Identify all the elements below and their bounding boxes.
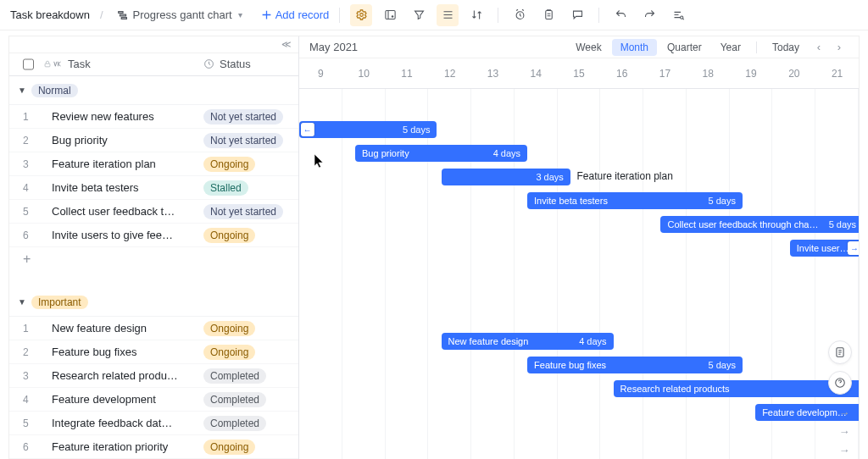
select-col-icon [203, 58, 214, 69]
table-row[interactable]: 3Feature iteration planOngoing [9, 152, 298, 176]
bar-duration: 4 days [493, 148, 520, 158]
gantt-bar[interactable]: 5 days← [299, 121, 437, 138]
row-index: 6 [9, 441, 52, 453]
task-name[interactable]: Collect user feedback t… [52, 205, 203, 218]
task-name[interactable]: Feature iteration priority [52, 440, 203, 453]
gantt-bar[interactable]: Research related products [614, 380, 859, 397]
breadcrumb-root[interactable]: Task breakdown [10, 8, 90, 21]
table-row[interactable]: 2Bug priorityNot yet started [9, 129, 298, 152]
date-header: 9 [299, 58, 342, 88]
gantt-bar[interactable]: New feature design4 days [442, 333, 614, 350]
task-name[interactable]: Review new features [52, 110, 203, 123]
status-pill[interactable]: Ongoing [203, 345, 255, 360]
bar-right-handle-icon[interactable]: → [848, 241, 859, 255]
task-name[interactable]: Research related produ… [52, 369, 203, 382]
status-pill[interactable]: Not yet started [203, 204, 283, 219]
table-row[interactable]: 2Feature bug fixesOngoing [9, 340, 298, 364]
status-pill[interactable]: Not yet started [203, 109, 283, 124]
gantt-bar[interactable]: Collect user feedback through chann…5 da… [660, 216, 859, 233]
scroll-to-bar-icon[interactable]: → [837, 442, 852, 457]
scale-month[interactable]: Month [612, 39, 657, 56]
status-pill[interactable]: Completed [203, 392, 266, 407]
group-pill[interactable]: Normal [31, 84, 78, 97]
add-record-button[interactable]: Add record [261, 8, 330, 21]
status-pill[interactable]: Ongoing [203, 440, 255, 455]
scale-week[interactable]: Week [567, 39, 609, 56]
collapse-panel-icon[interactable]: ≪ [281, 39, 292, 50]
task-name[interactable]: Integrate feedback dat… [52, 417, 203, 429]
gantt-bar[interactable]: Feature bug fixes5 days [527, 357, 743, 373]
task-name[interactable]: Feature iteration plan [52, 158, 203, 170]
sort-icon[interactable] [465, 4, 487, 26]
view-name: Progress gantt chart [133, 8, 232, 21]
scroll-to-bar-icon[interactable]: → [837, 423, 852, 439]
redo-icon[interactable] [638, 4, 660, 26]
settings-icon[interactable] [350, 4, 372, 26]
group-disclosure-icon[interactable]: ▼ [18, 297, 26, 307]
status-pill[interactable]: Completed [203, 368, 266, 384]
field-config-icon[interactable] [379, 4, 401, 26]
gantt-bar[interactable]: Invite beta testers5 days [527, 192, 743, 209]
bar-duration: 3 days [536, 172, 563, 182]
bar-duration: 5 days [708, 196, 735, 206]
search-icon[interactable] [667, 4, 689, 26]
status-pill[interactable]: Not yet started [203, 133, 283, 148]
task-name[interactable]: Bug priority [52, 134, 203, 147]
task-name[interactable]: Invite users to give fee… [52, 229, 203, 241]
group-pill[interactable]: Important [31, 296, 88, 309]
svg-rect-2 [121, 17, 126, 19]
view-selector[interactable]: Progress gantt chart ▾ [114, 7, 246, 23]
bar-label: Collect user feedback through chann… [667, 219, 828, 230]
toolbar-divider [339, 8, 340, 23]
row-index: 4 [9, 394, 52, 406]
reminder-icon[interactable] [509, 4, 531, 26]
scroll-to-bar-icon[interactable]: → [837, 405, 852, 420]
task-name[interactable]: Feature bug fixes [52, 346, 203, 358]
row-index: 1 [9, 111, 52, 123]
date-header: 10 [342, 58, 386, 88]
select-all-checkbox[interactable] [23, 58, 34, 70]
table-row[interactable]: 6Invite users to give fee…Ongoing [9, 224, 298, 247]
table-row[interactable]: 3Research related produ…Completed [9, 364, 298, 388]
bar-duration: 5 days [403, 124, 430, 135]
plus-icon [261, 9, 272, 20]
scale-quarter[interactable]: Quarter [659, 39, 710, 56]
table-row[interactable]: 5Collect user feedback t…Not yet started [9, 200, 298, 224]
breadcrumb-sep: / [100, 8, 103, 21]
clipboard-icon[interactable] [537, 4, 559, 26]
status-pill[interactable]: Stalled [203, 180, 248, 196]
svg-point-5 [391, 15, 393, 18]
timeline-prev-icon[interactable]: ‹ [810, 41, 828, 53]
gantt-bar[interactable]: 3 days [442, 169, 570, 185]
cursor-icon [314, 153, 326, 169]
bar-left-handle-icon[interactable]: ← [301, 123, 314, 136]
status-pill[interactable]: Ongoing [203, 228, 255, 243]
status-pill[interactable]: Ongoing [203, 321, 255, 336]
undo-icon[interactable] [609, 4, 632, 26]
add-row-button[interactable]: + [9, 247, 298, 271]
table-row[interactable]: 4Invite beta testersStalled [9, 176, 298, 200]
table-row[interactable]: 5Integrate feedback dat…Completed [9, 412, 298, 435]
comment-icon[interactable] [566, 4, 588, 26]
status-pill[interactable]: Completed [203, 416, 266, 431]
timeline-next-icon[interactable]: › [830, 41, 849, 53]
status-pill[interactable]: Ongoing [203, 157, 255, 172]
table-row[interactable]: 1Review new featuresNot yet started [9, 105, 298, 129]
table-row[interactable]: 4Feature developmentCompleted [9, 388, 298, 412]
help-fab-icon[interactable] [828, 371, 852, 395]
gantt-bar[interactable]: Bug priority4 days [355, 145, 527, 162]
task-name[interactable]: Invite beta testers [52, 181, 203, 194]
bar-label: Research related products [620, 384, 856, 394]
table-row[interactable]: 6Feature iteration priorityOngoing [9, 435, 298, 459]
task-name[interactable]: New feature design [52, 322, 203, 335]
bar-annotation: Feature iteration plan [576, 170, 672, 182]
task-name[interactable]: Feature development [52, 393, 203, 406]
details-fab-icon[interactable] [828, 340, 852, 364]
group-disclosure-icon[interactable]: ▼ [18, 86, 26, 95]
group-icon[interactable] [437, 4, 459, 26]
table-row[interactable]: 1New feature designOngoing [9, 317, 298, 340]
gantt-bar[interactable]: Invite users to give→ [790, 240, 859, 257]
filter-icon[interactable] [408, 4, 430, 26]
today-button[interactable]: Today [764, 39, 808, 56]
scale-year[interactable]: Year [712, 39, 749, 56]
